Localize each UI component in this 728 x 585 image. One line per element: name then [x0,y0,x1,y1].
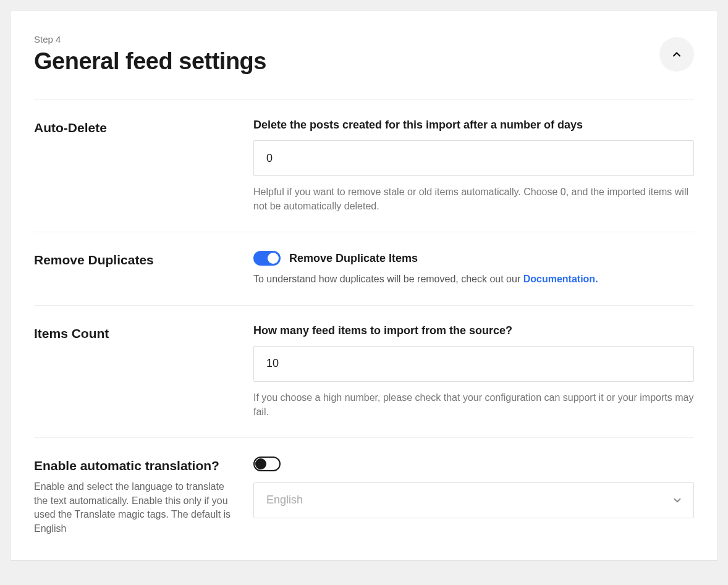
toggle-line: Remove Duplicate Items [253,251,694,266]
row-items-count: Items Count How many feed items to impor… [34,306,694,438]
translation-label: Enable automatic translation? [34,457,239,475]
page-title: General feed settings [34,48,266,75]
row-left: Items Count [34,324,253,419]
section-header: Step 4 General feed settings [34,34,694,100]
step-label: Step 4 [34,34,266,44]
items-count-helper: If you choose a high number, please chec… [253,390,694,419]
items-count-title: How many feed items to import from the s… [253,324,694,337]
row-translation: Enable automatic translation? Enable and… [34,438,694,536]
desc-text: To understand how duplicates will be rem… [253,274,523,284]
language-select-wrap: English [253,482,694,518]
items-count-label: Items Count [34,324,239,343]
row-right: Delete the posts created for this import… [253,119,694,213]
language-select[interactable]: English [253,482,694,518]
row-right: How many feed items to import from the s… [253,324,694,419]
row-right: English [253,457,694,536]
header-text: Step 4 General feed settings [34,34,266,75]
row-left: Remove Duplicates [34,251,253,286]
auto-delete-input[interactable] [253,140,694,176]
items-count-input[interactable] [253,346,694,382]
remove-duplicates-toggle[interactable] [253,251,281,266]
settings-card: Step 4 General feed settings Auto-Delete… [10,10,718,561]
row-auto-delete: Auto-Delete Delete the posts created for… [34,100,694,232]
collapse-button[interactable] [659,37,694,72]
row-right: Remove Duplicate Items To understand how… [253,251,694,286]
remove-duplicates-desc: To understand how duplicates will be rem… [253,272,694,286]
chevron-up-icon [671,48,683,61]
row-left: Auto-Delete [34,119,253,213]
documentation-link[interactable]: Documentation. [523,274,598,284]
row-left: Enable automatic translation? Enable and… [34,457,253,536]
row-remove-duplicates: Remove Duplicates Remove Duplicate Items… [34,232,694,305]
auto-delete-label: Auto-Delete [34,119,239,137]
auto-delete-title: Delete the posts created for this import… [253,119,694,132]
translation-toggle[interactable] [253,457,281,471]
remove-duplicates-label: Remove Duplicates [34,251,239,269]
translation-subtext: Enable and select the language to transl… [34,480,239,536]
auto-delete-helper: Helpful if you want to remove stale or o… [253,185,694,213]
remove-duplicates-toggle-label: Remove Duplicate Items [289,252,418,265]
